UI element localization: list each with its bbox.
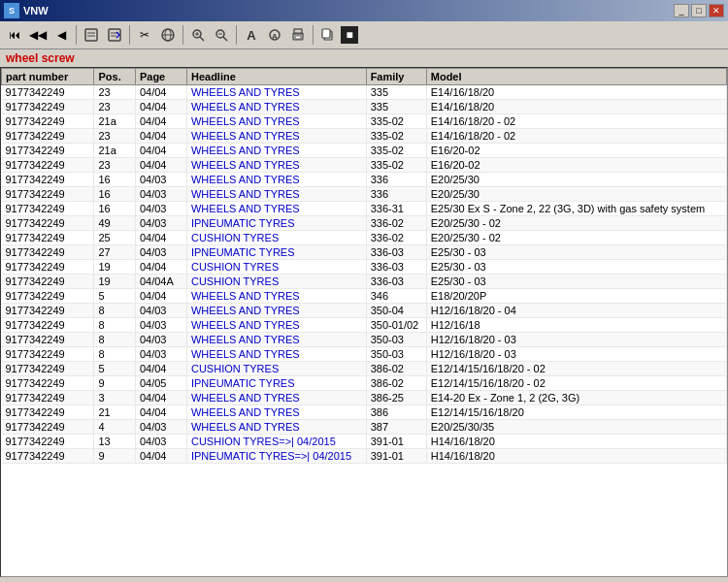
globe-button[interactable]	[157, 24, 179, 46]
cell-pos: 21a	[94, 144, 135, 158]
cell-family: 336-02	[366, 216, 426, 231]
maximize-button[interactable]: □	[691, 4, 707, 17]
cell-headline[interactable]: WHEELS AND TYRES	[186, 85, 366, 100]
cell-pos: 8	[94, 318, 135, 333]
cell-model: E18/20/20P	[426, 289, 726, 304]
cell-family: 335	[366, 85, 426, 100]
cell-part: 9177342249	[2, 187, 94, 202]
cell-headline[interactable]: WHEELS AND TYRES	[186, 347, 366, 362]
cell-headline[interactable]: WHEELS AND TYRES	[186, 333, 366, 347]
cell-headline[interactable]: IPNEUMATIC TYRES=>| 04/2015	[186, 449, 366, 464]
cell-part: 9177342249	[2, 100, 94, 114]
cell-model: E25/30 Ex S - Zone 2, 22 (3G, 3D) with g…	[426, 202, 726, 216]
cell-headline[interactable]: WHEELS AND TYRES	[186, 129, 366, 144]
zoom-in-button[interactable]	[187, 24, 209, 46]
cell-headline[interactable]: WHEELS AND TYRES	[186, 158, 366, 173]
copy-button[interactable]	[317, 24, 339, 46]
cell-pos: 23	[94, 158, 135, 173]
cell-family: 386-02	[366, 376, 426, 391]
cell-family: 335-02	[366, 158, 426, 173]
cell-family: 387	[366, 420, 426, 435]
table-row: 91773422491604/03WHEELS AND TYRES336-31E…	[2, 202, 727, 216]
cell-pos: 27	[94, 245, 135, 260]
cell-headline[interactable]: IPNEUMATIC TYRES	[186, 216, 366, 231]
cell-headline[interactable]: WHEELS AND TYRES	[186, 391, 366, 405]
cell-part: 9177342249	[2, 173, 94, 187]
cell-pos: 16	[94, 173, 135, 187]
table-wrapper[interactable]: part number Pos. Page Headline Family Mo…	[1, 68, 727, 576]
cell-page: 04/03	[135, 435, 186, 449]
cell-family: 336-31	[366, 202, 426, 216]
print-a2-button[interactable]: A	[264, 24, 285, 46]
cell-part: 9177342249	[2, 245, 94, 260]
cell-model: H14/16/18/20	[426, 449, 726, 464]
cell-headline[interactable]: WHEELS AND TYRES	[186, 289, 366, 304]
cell-part: 9177342249	[2, 289, 94, 304]
cell-model: H12/16/18/20 - 03	[426, 347, 726, 362]
cell-part: 9177342249	[2, 216, 94, 231]
cell-model: E14-20 Ex - Zone 1, 2 (2G, 3G)	[426, 391, 726, 405]
scissors-button[interactable]: ✂	[134, 24, 155, 46]
cell-headline[interactable]: IPNEUMATIC TYRES	[186, 376, 366, 391]
cell-part: 9177342249	[2, 85, 94, 100]
nav2-button[interactable]	[104, 24, 125, 46]
col-header-headline: Headline	[186, 69, 366, 85]
svg-rect-22	[322, 29, 330, 38]
cell-headline[interactable]: CUSHION TYRES	[186, 231, 366, 245]
table-row: 91773422491604/03WHEELS AND TYRES336E20/…	[2, 173, 727, 187]
cell-model: E16/20-02	[426, 158, 726, 173]
close-button[interactable]: ✕	[709, 4, 724, 17]
table-row: 91773422492304/04WHEELS AND TYRES335E14/…	[2, 100, 727, 114]
cell-headline[interactable]: WHEELS AND TYRES	[186, 114, 366, 129]
minimize-button[interactable]: _	[674, 4, 689, 17]
cell-headline[interactable]: WHEELS AND TYRES	[186, 318, 366, 333]
cell-headline[interactable]: WHEELS AND TYRES	[186, 173, 366, 187]
cell-pos: 49	[94, 216, 135, 231]
table-row: 9177342249304/04WHEELS AND TYRES386-25E1…	[2, 391, 727, 405]
stop-button[interactable]: ■	[341, 26, 358, 44]
cell-part: 9177342249	[2, 405, 94, 420]
cell-family: 336	[366, 173, 426, 187]
cell-page: 04/04	[135, 85, 186, 100]
cell-page: 04/04	[135, 100, 186, 114]
cell-family: 350-04	[366, 304, 426, 318]
cell-headline[interactable]: CUSHION TYRES	[186, 275, 366, 289]
cell-family: 335-02	[366, 144, 426, 158]
cell-part: 9177342249	[2, 391, 94, 405]
cell-headline[interactable]: CUSHION TYRES	[186, 260, 366, 275]
cell-headline[interactable]: WHEELS AND TYRES	[186, 100, 366, 114]
table-row: 91773422494904/03IPNEUMATIC TYRES336-02E…	[2, 216, 727, 231]
cell-headline[interactable]: WHEELS AND TYRES	[186, 187, 366, 202]
cell-headline[interactable]: CUSHION TYRES	[186, 362, 366, 376]
cell-pos: 23	[94, 129, 135, 144]
cell-model: E20/25/30	[426, 173, 726, 187]
cell-page: 04/04	[135, 231, 186, 245]
cell-pos: 19	[94, 275, 135, 289]
cell-page: 04/04	[135, 289, 186, 304]
table-row: 9177342249804/03WHEELS AND TYRES350-03H1…	[2, 333, 727, 347]
first-button[interactable]: ⏮	[4, 24, 25, 46]
print-button[interactable]	[287, 24, 309, 46]
cell-headline[interactable]: WHEELS AND TYRES	[186, 405, 366, 420]
cell-part: 9177342249	[2, 435, 94, 449]
cell-pos: 3	[94, 391, 135, 405]
cell-pos: 8	[94, 304, 135, 318]
cell-page: 04/04	[135, 405, 186, 420]
cell-page: 04/03	[135, 173, 186, 187]
cell-headline[interactable]: CUSHION TYRES=>| 04/2015	[186, 435, 366, 449]
table-row: 9177342249504/04WHEELS AND TYRES346E18/2…	[2, 289, 727, 304]
cell-headline[interactable]: WHEELS AND TYRES	[186, 202, 366, 216]
cell-headline[interactable]: WHEELS AND TYRES	[186, 304, 366, 318]
cell-headline[interactable]: IPNEUMATIC TYRES	[186, 245, 366, 260]
nav1-button[interactable]	[81, 24, 102, 46]
cell-family: 336-03	[366, 275, 426, 289]
zoom-out-button[interactable]	[211, 24, 232, 46]
cell-headline[interactable]: WHEELS AND TYRES	[186, 420, 366, 435]
cell-pos: 21a	[94, 114, 135, 129]
cell-headline[interactable]: WHEELS AND TYRES	[186, 144, 366, 158]
prev-button[interactable]: ◀	[50, 24, 72, 46]
cell-model: E12/14/15/16/18/20 - 02	[426, 362, 726, 376]
print-a1-button[interactable]: A	[241, 24, 262, 46]
cell-pos: 13	[94, 435, 135, 449]
prev-prev-button[interactable]: ◀◀	[27, 24, 49, 46]
